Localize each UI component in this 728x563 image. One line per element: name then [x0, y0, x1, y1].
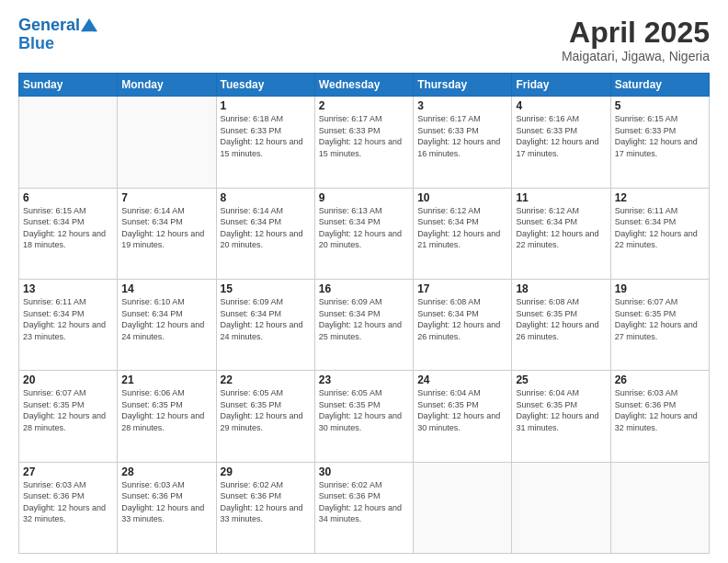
- table-row: 12Sunrise: 6:11 AM Sunset: 6:34 PM Dayli…: [610, 188, 709, 279]
- table-row: 21Sunrise: 6:06 AM Sunset: 6:35 PM Dayli…: [118, 371, 216, 462]
- day-number: 26: [615, 373, 705, 386]
- calendar-week-row: 6Sunrise: 6:15 AM Sunset: 6:34 PM Daylig…: [19, 188, 710, 279]
- day-info: Sunrise: 6:05 AM Sunset: 6:35 PM Dayligh…: [221, 387, 311, 433]
- table-row: 26Sunrise: 6:03 AM Sunset: 6:36 PM Dayli…: [610, 371, 709, 462]
- table-row: 25Sunrise: 6:04 AM Sunset: 6:35 PM Dayli…: [512, 371, 610, 462]
- table-row: 23Sunrise: 6:05 AM Sunset: 6:35 PM Dayli…: [314, 371, 413, 462]
- day-info: Sunrise: 6:05 AM Sunset: 6:35 PM Dayligh…: [319, 387, 409, 433]
- day-info: Sunrise: 6:15 AM Sunset: 6:33 PM Dayligh…: [615, 113, 705, 159]
- day-info: Sunrise: 6:11 AM Sunset: 6:34 PM Dayligh…: [23, 296, 113, 342]
- table-row: [19, 97, 118, 188]
- day-number: 29: [221, 465, 311, 478]
- day-info: Sunrise: 6:17 AM Sunset: 6:33 PM Dayligh…: [319, 113, 409, 159]
- table-row: 15Sunrise: 6:09 AM Sunset: 6:34 PM Dayli…: [216, 279, 314, 370]
- day-info: Sunrise: 6:07 AM Sunset: 6:35 PM Dayligh…: [615, 296, 705, 342]
- day-info: Sunrise: 6:18 AM Sunset: 6:33 PM Dayligh…: [221, 113, 311, 159]
- col-sunday: Sunday: [19, 74, 118, 97]
- table-row: 29Sunrise: 6:02 AM Sunset: 6:36 PM Dayli…: [216, 462, 314, 553]
- day-number: 25: [516, 373, 606, 386]
- day-info: Sunrise: 6:12 AM Sunset: 6:34 PM Dayligh…: [516, 205, 606, 251]
- day-number: 21: [121, 373, 211, 386]
- calendar-week-row: 13Sunrise: 6:11 AM Sunset: 6:34 PM Dayli…: [19, 279, 710, 370]
- main-title: April 2025: [562, 17, 710, 49]
- day-info: Sunrise: 6:14 AM Sunset: 6:34 PM Dayligh…: [121, 205, 211, 251]
- day-info: Sunrise: 6:07 AM Sunset: 6:35 PM Dayligh…: [23, 387, 113, 433]
- day-number: 23: [319, 373, 409, 386]
- col-friday: Friday: [512, 74, 610, 97]
- day-info: Sunrise: 6:17 AM Sunset: 6:33 PM Dayligh…: [417, 113, 507, 159]
- day-info: Sunrise: 6:15 AM Sunset: 6:34 PM Dayligh…: [23, 205, 113, 251]
- day-info: Sunrise: 6:08 AM Sunset: 6:34 PM Dayligh…: [417, 296, 507, 342]
- table-row: 8Sunrise: 6:14 AM Sunset: 6:34 PM Daylig…: [216, 188, 314, 279]
- day-info: Sunrise: 6:03 AM Sunset: 6:36 PM Dayligh…: [121, 479, 211, 525]
- table-row: 27Sunrise: 6:03 AM Sunset: 6:36 PM Dayli…: [19, 462, 118, 553]
- day-info: Sunrise: 6:09 AM Sunset: 6:34 PM Dayligh…: [319, 296, 409, 342]
- day-number: 24: [417, 373, 507, 386]
- day-info: Sunrise: 6:02 AM Sunset: 6:36 PM Dayligh…: [319, 479, 409, 525]
- calendar-header-row: Sunday Monday Tuesday Wednesday Thursday…: [19, 74, 710, 97]
- table-row: [118, 97, 216, 188]
- table-row: [610, 462, 709, 553]
- calendar-week-row: 27Sunrise: 6:03 AM Sunset: 6:36 PM Dayli…: [19, 462, 710, 553]
- day-number: 1: [221, 99, 311, 112]
- table-row: 18Sunrise: 6:08 AM Sunset: 6:35 PM Dayli…: [512, 279, 610, 370]
- day-number: 6: [23, 191, 113, 204]
- day-number: 9: [319, 191, 409, 204]
- day-info: Sunrise: 6:13 AM Sunset: 6:34 PM Dayligh…: [319, 205, 409, 251]
- calendar-table: Sunday Monday Tuesday Wednesday Thursday…: [18, 73, 710, 554]
- day-info: Sunrise: 6:12 AM Sunset: 6:34 PM Dayligh…: [417, 205, 507, 251]
- table-row: 19Sunrise: 6:07 AM Sunset: 6:35 PM Dayli…: [610, 279, 709, 370]
- day-number: 10: [417, 191, 507, 204]
- logo-blue: Blue: [18, 35, 99, 53]
- table-row: 1Sunrise: 6:18 AM Sunset: 6:33 PM Daylig…: [216, 97, 314, 188]
- col-wednesday: Wednesday: [314, 74, 413, 97]
- table-row: 7Sunrise: 6:14 AM Sunset: 6:34 PM Daylig…: [118, 188, 216, 279]
- day-number: 19: [615, 282, 705, 295]
- day-number: 20: [23, 373, 113, 386]
- table-row: 20Sunrise: 6:07 AM Sunset: 6:35 PM Dayli…: [19, 371, 118, 462]
- calendar-week-row: 1Sunrise: 6:18 AM Sunset: 6:33 PM Daylig…: [19, 97, 710, 188]
- col-monday: Monday: [118, 74, 216, 97]
- table-row: 10Sunrise: 6:12 AM Sunset: 6:34 PM Dayli…: [414, 188, 512, 279]
- table-row: 13Sunrise: 6:11 AM Sunset: 6:34 PM Dayli…: [19, 279, 118, 370]
- table-row: 5Sunrise: 6:15 AM Sunset: 6:33 PM Daylig…: [610, 97, 709, 188]
- table-row: 28Sunrise: 6:03 AM Sunset: 6:36 PM Dayli…: [118, 462, 216, 553]
- day-info: Sunrise: 6:03 AM Sunset: 6:36 PM Dayligh…: [615, 387, 705, 433]
- day-number: 5: [615, 99, 705, 112]
- day-number: 27: [23, 465, 113, 478]
- table-row: 22Sunrise: 6:05 AM Sunset: 6:35 PM Dayli…: [216, 371, 314, 462]
- day-number: 12: [615, 191, 705, 204]
- day-number: 3: [417, 99, 507, 112]
- day-number: 28: [121, 465, 211, 478]
- logo-text: General: [18, 17, 80, 35]
- logo-icon: [81, 17, 97, 34]
- day-number: 11: [516, 191, 606, 204]
- day-info: Sunrise: 6:10 AM Sunset: 6:34 PM Dayligh…: [121, 296, 211, 342]
- day-info: Sunrise: 6:04 AM Sunset: 6:35 PM Dayligh…: [417, 387, 507, 433]
- table-row: [414, 462, 512, 553]
- table-row: 16Sunrise: 6:09 AM Sunset: 6:34 PM Dayli…: [314, 279, 413, 370]
- day-info: Sunrise: 6:06 AM Sunset: 6:35 PM Dayligh…: [121, 387, 211, 433]
- logo: General Blue: [18, 17, 99, 53]
- col-thursday: Thursday: [414, 74, 512, 97]
- day-number: 22: [221, 373, 311, 386]
- day-number: 17: [417, 282, 507, 295]
- day-number: 4: [516, 99, 606, 112]
- table-row: 9Sunrise: 6:13 AM Sunset: 6:34 PM Daylig…: [314, 188, 413, 279]
- table-row: 6Sunrise: 6:15 AM Sunset: 6:34 PM Daylig…: [19, 188, 118, 279]
- subtitle: Maigatari, Jigawa, Nigeria: [562, 49, 710, 63]
- table-row: 14Sunrise: 6:10 AM Sunset: 6:34 PM Dayli…: [118, 279, 216, 370]
- title-block: April 2025 Maigatari, Jigawa, Nigeria: [562, 17, 710, 63]
- table-row: 11Sunrise: 6:12 AM Sunset: 6:34 PM Dayli…: [512, 188, 610, 279]
- day-number: 15: [221, 282, 311, 295]
- day-number: 13: [23, 282, 113, 295]
- day-number: 14: [121, 282, 211, 295]
- table-row: 30Sunrise: 6:02 AM Sunset: 6:36 PM Dayli…: [314, 462, 413, 553]
- page: General Blue April 2025 Maigatari, Jigaw…: [0, 0, 728, 563]
- day-number: 2: [319, 99, 409, 112]
- table-row: 17Sunrise: 6:08 AM Sunset: 6:34 PM Dayli…: [414, 279, 512, 370]
- day-number: 16: [319, 282, 409, 295]
- col-saturday: Saturday: [610, 74, 709, 97]
- day-info: Sunrise: 6:14 AM Sunset: 6:34 PM Dayligh…: [221, 205, 311, 251]
- calendar-week-row: 20Sunrise: 6:07 AM Sunset: 6:35 PM Dayli…: [19, 371, 710, 462]
